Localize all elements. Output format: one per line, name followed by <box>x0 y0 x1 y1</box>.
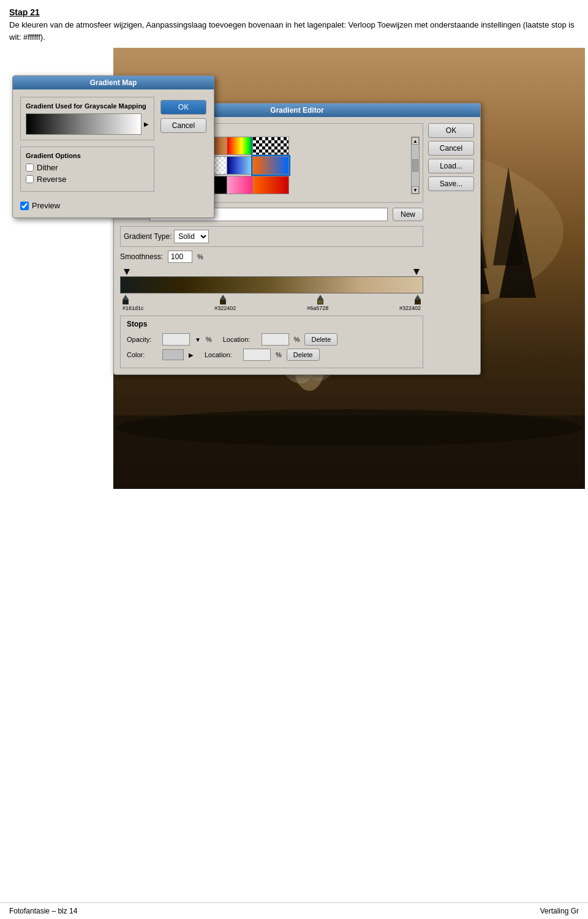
reverse-label: Reverse <box>37 175 66 184</box>
color-delete-button[interactable]: Delete <box>287 349 320 361</box>
top-stops-row <box>120 269 423 275</box>
gradient-map-cancel-button[interactable]: Cancel <box>160 118 206 133</box>
color-location-label: Location: <box>205 351 238 358</box>
stop-3[interactable] <box>317 295 323 304</box>
gradient-editor-cancel-button[interactable]: Cancel <box>428 141 474 156</box>
main-wrapper: Gradient Editor Presets <box>9 48 579 489</box>
main-content: Gradient Editor Presets <box>0 48 588 489</box>
color-row: Color: ▶ Location: % Delete <box>127 349 417 361</box>
percent-label: % <box>197 253 203 260</box>
scroll-thumb[interactable] <box>412 159 418 172</box>
gradient-bar-container: #161d1c #322402 #6a5728 #322402 <box>120 269 423 312</box>
step-desc: De kleuren van de atmosfeer wijzigen, Aa… <box>9 19 579 43</box>
stop-label-4: #322402 <box>399 305 421 311</box>
stop-2[interactable] <box>220 295 226 304</box>
color-swatch[interactable] <box>162 349 184 360</box>
opacity-input[interactable] <box>162 333 190 346</box>
preset-red-orange[interactable] <box>252 176 289 194</box>
top-stop-right[interactable] <box>413 269 420 275</box>
footer-left: Fotofantasie – blz 14 <box>9 907 77 915</box>
preview-row: Preview <box>20 198 154 210</box>
gradient-editor-ok-button[interactable]: OK <box>428 123 474 138</box>
gradient-preview[interactable] <box>26 113 141 135</box>
opacity-location-label: Location: <box>223 336 257 343</box>
color-label: Color: <box>127 351 157 358</box>
top-stop-left[interactable] <box>124 269 130 275</box>
gradient-preview-wrapper: ▶ <box>26 113 149 135</box>
gm-right-buttons: OK Cancel <box>160 100 206 210</box>
page-footer: Fotofantasie – blz 14 Vertaling Gr <box>0 902 588 919</box>
scroll-down-arrow[interactable]: ▼ <box>412 186 419 194</box>
preview-label: Preview <box>32 201 60 210</box>
step-title: Stap 21 <box>9 6 579 19</box>
stop-label-2: #322402 <box>214 305 236 311</box>
opacity-delete-button[interactable]: Delete <box>304 333 337 346</box>
reverse-row: Reverse <box>26 175 149 184</box>
preset-checker[interactable] <box>252 137 289 155</box>
color-location-input[interactable] <box>243 349 271 361</box>
presets-scrollbar[interactable]: ▲ ▼ <box>411 137 420 194</box>
gm-outer: Gradient Used for Grayscale Mapping ▶ Gr… <box>20 97 206 210</box>
gradient-used-title: Gradient Used for Grayscale Mapping <box>26 102 149 110</box>
scroll-up-arrow[interactable]: ▲ <box>412 137 419 145</box>
stop-labels-row: #161d1c #322402 #6a5728 #322402 <box>120 304 423 312</box>
gradient-map-dialog: Gradient Map Gradient Used for Grayscale… <box>12 75 214 218</box>
dither-label: Dither <box>37 163 58 172</box>
opacity-loc-pct: % <box>294 336 300 343</box>
opacity-label: Opacity: <box>127 336 157 343</box>
stop-1[interactable] <box>123 295 129 304</box>
preview-checkbox[interactable] <box>20 202 29 210</box>
gm-left: Gradient Used for Grayscale Mapping ▶ Gr… <box>20 97 154 210</box>
opacity-pct: ▼ <box>195 336 201 343</box>
gradient-type-select[interactable]: Solid Noise <box>174 230 209 243</box>
opacity-percent-sign: % <box>206 336 212 343</box>
smoothness-row: Smoothness: % <box>120 251 423 263</box>
stop-4[interactable] <box>415 295 421 304</box>
dither-row: Dither <box>26 163 149 172</box>
smoothness-label: Smoothness: <box>120 252 163 261</box>
dither-checkbox[interactable] <box>26 164 34 172</box>
gradient-map-ok-button[interactable]: OK <box>160 100 206 115</box>
opacity-location-input[interactable] <box>262 333 289 346</box>
svg-point-26 <box>116 409 582 446</box>
gradient-editor-save-button[interactable]: Save... <box>428 176 474 191</box>
stops-section: Stops Opacity: ▼ % Location: % <box>120 316 423 368</box>
gradient-type-label: Gradient Type: <box>124 232 172 241</box>
bottom-stops-row <box>120 293 423 304</box>
reverse-checkbox[interactable] <box>26 175 34 183</box>
new-button[interactable]: New <box>393 208 423 221</box>
gradient-editor-right-buttons: OK Cancel Load... Save... <box>428 123 474 368</box>
color-arrow[interactable]: ▶ <box>189 352 194 358</box>
stops-title: Stops <box>127 320 417 328</box>
page-header: Stap 21 De kleuren van de atmosfeer wijz… <box>0 0 588 48</box>
gradient-bar[interactable] <box>120 276 423 293</box>
expand-arrow-icon[interactable]: ▶ <box>144 121 149 127</box>
preset-orange-blue[interactable] <box>252 156 289 175</box>
smoothness-input[interactable] <box>168 251 192 263</box>
gradient-used-section: Gradient Used for Grayscale Mapping ▶ <box>20 97 154 140</box>
gradient-options-section: Gradient Options Dither Reverse <box>20 146 154 192</box>
footer-right: Vertaling Gr <box>540 907 579 915</box>
gradient-editor-load-button[interactable]: Load... <box>428 159 474 173</box>
gradient-map-body: Gradient Used for Grayscale Mapping ▶ Gr… <box>13 89 214 217</box>
gradient-map-titlebar: Gradient Map <box>13 76 214 89</box>
stop-label-3: #6a5728 <box>307 305 328 311</box>
stop-label-1: #161d1c <box>123 305 144 311</box>
gradient-options-title: Gradient Options <box>26 152 149 159</box>
opacity-row: Opacity: ▼ % Location: % Delete <box>127 333 417 346</box>
gradient-type-section: Gradient Type: Solid Noise <box>120 226 423 247</box>
color-loc-pct: % <box>276 351 282 358</box>
